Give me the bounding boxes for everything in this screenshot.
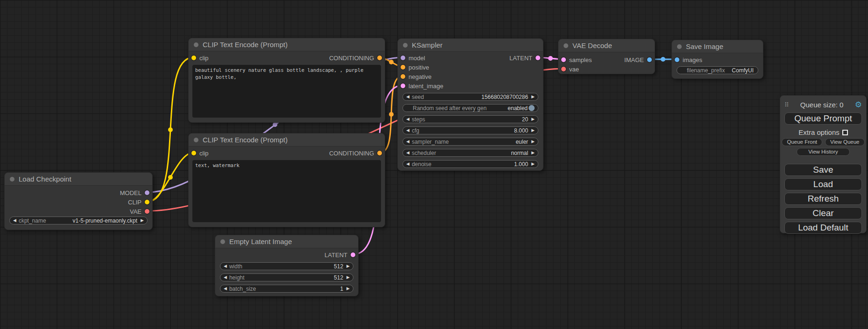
view-history-button[interactable]: View History [797,148,850,156]
node-header[interactable]: CLIP Text Encode (Prompt) [189,38,385,51]
batch-size-widget[interactable]: ◀ batch_size 1 ▶ [220,285,353,293]
node-empty-latent-image[interactable]: Empty Latent Image LATENT ◀ width 512 ▶ … [215,235,359,296]
output-port-clip[interactable] [145,200,149,204]
widget-label: height [229,274,245,281]
widget-value: ComfyUI [732,67,754,74]
node-clip-text-encode-positive[interactable]: CLIP Text Encode (Prompt) clip CONDITION… [188,38,385,123]
input-port-positive[interactable] [401,65,405,70]
sampler-name-widget[interactable]: ◀ sampler_name euler ▶ [402,138,538,146]
random-seed-widget[interactable]: Random seed after every gen enabled [402,104,538,112]
prev-arrow-icon[interactable]: ◀ [406,149,409,157]
node-clip-text-encode-negative[interactable]: CLIP Text Encode (Prompt) clip CONDITION… [188,133,385,227]
prev-arrow-icon[interactable]: ◀ [224,273,227,281]
queue-front-button[interactable]: Queue Front [782,138,822,146]
collapse-dot-icon[interactable] [564,43,568,48]
output-port-conditioning[interactable] [377,56,382,60]
collapse-dot-icon[interactable] [220,239,225,244]
next-arrow-icon[interactable]: ▶ [531,138,535,146]
node-header[interactable]: Empty Latent Image [215,235,358,248]
input-port-clip[interactable] [191,56,196,60]
ckpt-name-widget[interactable]: ◀ ckpt_name v1-5-pruned-emaonly.ckpt ▶ [9,217,148,224]
prev-arrow-icon[interactable]: ◀ [13,217,16,224]
next-arrow-icon[interactable]: ▶ [531,126,535,134]
collapse-dot-icon[interactable] [403,43,408,48]
load-button[interactable]: Load [784,178,862,190]
gear-icon[interactable]: ⚙ [855,101,862,109]
prev-arrow-icon[interactable]: ◀ [224,262,227,270]
output-port-conditioning[interactable] [377,151,382,155]
prev-arrow-icon[interactable]: ◀ [406,160,409,168]
next-arrow-icon[interactable]: ▶ [141,217,144,224]
next-arrow-icon[interactable]: ▶ [346,273,350,281]
widget-label: ckpt_name [19,217,46,224]
input-port-samples[interactable] [561,57,566,62]
input-port-latent-image[interactable] [401,84,405,88]
next-arrow-icon[interactable]: ▶ [531,160,535,168]
queue-prompt-button[interactable]: Queue Prompt [784,112,862,125]
prev-arrow-icon[interactable]: ◀ [406,138,409,146]
link-dot-model [273,122,277,127]
node-load-checkpoint[interactable]: Load Checkpoint MODEL CLIP VAE ◀ ckpt_na… [4,172,153,230]
collapse-dot-icon[interactable] [10,177,14,182]
output-port-latent[interactable] [351,252,355,257]
input-port-vae[interactable] [561,67,566,71]
input-label: clip [199,150,209,157]
collapse-dot-icon[interactable] [194,42,198,47]
node-header[interactable]: VAE Decode [558,39,655,52]
collapse-dot-icon[interactable] [194,138,198,142]
save-button[interactable]: Save [784,164,862,176]
cfg-widget[interactable]: ◀ cfg 8.000 ▶ [402,126,538,134]
input-port-negative[interactable] [401,74,405,79]
collapse-dot-icon[interactable] [677,44,682,49]
height-widget[interactable]: ◀ height 512 ▶ [220,273,353,281]
next-arrow-icon[interactable]: ▶ [346,285,350,293]
node-title: Save Image [686,42,723,50]
widget-label: steps [412,116,425,123]
filename-prefix-widget[interactable]: filename_prefix ComfyUI [677,66,758,74]
denoise-widget[interactable]: ◀ denoise 1.000 ▶ [402,160,538,168]
extra-options-label: Extra options [798,128,840,136]
output-label: IMAGE [624,56,644,63]
input-port-model[interactable] [401,56,405,60]
node-save-image[interactable]: Save Image images filename_prefix ComfyU… [671,40,763,79]
node-header[interactable]: KSampler [398,39,543,52]
toggle-dot-icon[interactable] [529,105,535,111]
prompt-textarea[interactable]: beautiful scenery nature glass bottle la… [192,65,381,118]
node-header[interactable]: Load Checkpoint [5,173,152,186]
node-header[interactable]: Save Image [672,40,763,53]
output-port-vae[interactable] [145,209,149,214]
input-port-clip[interactable] [191,151,196,155]
next-arrow-icon[interactable]: ▶ [531,93,535,101]
prompt-textarea[interactable]: text, watermark [192,160,381,222]
refresh-button[interactable]: Refresh [784,193,862,205]
output-port-model[interactable] [145,190,149,195]
node-header[interactable]: CLIP Text Encode (Prompt) [189,133,385,147]
seed-widget[interactable]: ◀ seed 156680208700286 ▶ [402,93,538,101]
drag-handle-icon[interactable]: ⠿ [784,101,789,108]
prev-arrow-icon[interactable]: ◀ [406,93,409,101]
widget-label: Random seed after every gen [413,105,487,112]
next-arrow-icon[interactable]: ▶ [531,149,535,157]
prev-arrow-icon[interactable]: ◀ [406,115,409,123]
prev-arrow-icon[interactable]: ◀ [224,285,227,293]
widget-label: filename_prefix [687,67,725,74]
input-label: negative [409,73,431,80]
output-label: LATENT [509,55,532,62]
steps-widget[interactable]: ◀ steps 20 ▶ [402,115,538,123]
output-port-image[interactable] [647,57,652,62]
widget-value: 20 [522,116,528,123]
widget-value: euler [515,139,528,145]
input-port-images[interactable] [675,57,679,62]
clear-button[interactable]: Clear [784,207,862,219]
view-queue-button[interactable]: View Queue [825,138,864,146]
extra-options-checkbox[interactable] [842,130,848,135]
output-port-latent[interactable] [536,56,540,60]
prev-arrow-icon[interactable]: ◀ [406,126,409,134]
next-arrow-icon[interactable]: ▶ [531,115,535,123]
next-arrow-icon[interactable]: ▶ [346,262,350,270]
node-vae-decode[interactable]: VAE Decode samples IMAGE vae [558,39,655,74]
width-widget[interactable]: ◀ width 512 ▶ [220,262,353,270]
node-ksampler[interactable]: KSampler model LATENT positive negative … [397,38,543,171]
scheduler-widget[interactable]: ◀ scheduler normal ▶ [402,149,538,157]
load-default-button[interactable]: Load Default [784,222,862,234]
